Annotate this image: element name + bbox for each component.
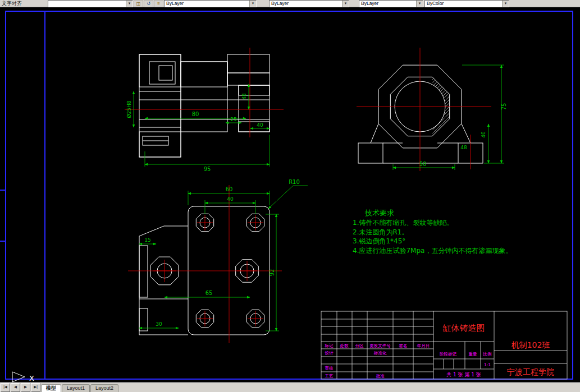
tb-sheet-info: 共 1 张 第 1 张: [446, 372, 481, 377]
make-layer-current-icon[interactable]: ◫: [134, 0, 143, 7]
tech-req-item-2: 2.未注圆角为R1。: [353, 228, 408, 236]
next-tab-icon[interactable]: ▶: [21, 383, 30, 392]
plan-view: 60 40 15 92 65 30 R10: [128, 179, 308, 343]
dim-bore: Ø25H8: [126, 100, 132, 118]
layer-manager-icon[interactable]: ≡: [154, 0, 163, 7]
drawing-canvas[interactable]: Ø25H8 80 25 40 48 95 75 40: [0, 0, 580, 392]
tech-req-item-1: 1.铸件不能有缩孔、裂纹等缺陷。: [353, 219, 453, 227]
dim-25: 25: [230, 117, 236, 122]
ucs-icon: X: [12, 372, 34, 382]
last-tab-icon[interactable]: ▶|: [31, 383, 40, 392]
front-section-view: Ø25H8 80 25 40 48 95: [125, 48, 284, 172]
tab-layout2[interactable]: Layout2: [90, 384, 118, 392]
tb-header-count: 处数: [340, 343, 349, 348]
tb-header-zone: 分区: [355, 343, 364, 348]
tb-approve: 批准: [376, 373, 385, 379]
ucs-x-label: X: [29, 374, 34, 382]
linetype-combo[interactable]: ByLayer ▼: [269, 0, 349, 7]
dim-15: 15: [144, 237, 150, 243]
color-combo[interactable]: ByLayer ▼: [164, 0, 257, 7]
tb-header-mark: 标记: [325, 343, 334, 348]
tb-stage-mark: 阶段标记: [440, 352, 457, 357]
dim-65: 65: [205, 290, 213, 296]
dim-95: 95: [204, 166, 211, 172]
tb-header-date: 年月日: [417, 343, 430, 348]
tb-process: 工艺: [325, 373, 334, 379]
dim-40: 40: [257, 122, 263, 128]
title-block: 标记 处数 分区 更改文件号 签名 年月日 设计 标准化 审核 工艺 批准 阶段…: [321, 311, 567, 379]
dim-48-side: 48: [460, 145, 467, 150]
dim-80: 80: [192, 111, 199, 117]
drawing-frame: [0, 11, 573, 379]
tb-scale-label: 比例: [483, 352, 492, 357]
layer-previous-icon[interactable]: ↺: [144, 0, 153, 7]
chevron-down-icon[interactable]: ▼: [416, 1, 423, 7]
dim-30: 30: [156, 321, 162, 327]
tab-model[interactable]: 模型: [41, 384, 61, 392]
dim-92: 92: [269, 269, 275, 276]
tb-weight: 重量: [469, 352, 478, 357]
chevron-down-icon[interactable]: ▼: [126, 1, 133, 7]
chevron-down-icon[interactable]: ▼: [249, 1, 256, 7]
tab-layout1[interactable]: Layout1: [62, 384, 90, 392]
tech-req-item-4: 4.应进行油压试验7Mpa，五分钟内不得有渗漏现象。: [353, 247, 512, 255]
tb-audit: 审核: [325, 366, 334, 371]
first-tab-icon[interactable]: |◀: [1, 383, 10, 392]
chevron-down-icon[interactable]: ▼: [342, 1, 349, 7]
side-view: 75 40 50 48: [357, 48, 507, 171]
dim-60: 60: [226, 186, 233, 192]
layer-combo[interactable]: ▼: [48, 0, 133, 7]
color-combo-value: ByLayer: [166, 1, 184, 7]
tb-class-name: 机制102班: [512, 340, 550, 349]
lineweight-combo[interactable]: ByLayer ▼: [359, 0, 423, 7]
dim-48: 48: [241, 93, 247, 100]
tb-scale-value: 1:1: [484, 362, 491, 367]
tb-organization: 宁波工程学院: [507, 367, 554, 376]
tb-header-docno: 更改文件号: [369, 343, 391, 348]
dim-40-plan: 40: [227, 196, 234, 202]
dim-75: 75: [501, 103, 507, 110]
tech-req-title: 技术要求: [364, 209, 394, 217]
dim-40-side: 40: [481, 131, 486, 138]
dim-50: 50: [419, 161, 427, 167]
status-bar: |◀ ◀ ▶ ▶| 模型 Layout1 Layout2: [0, 382, 580, 392]
lineweight-combo-value: ByLayer: [361, 1, 378, 7]
prev-tab-icon[interactable]: ◀: [11, 383, 20, 392]
plotstyle-combo-value: ByColor: [427, 1, 444, 7]
technical-requirements: 技术要求 1.铸件不能有缩孔、裂纹等缺陷。 2.未注圆角为R1。 3.锐边倒角1…: [353, 209, 512, 255]
tb-drawing-title: 缸体铸造图: [443, 323, 485, 333]
tb-header-sign: 签名: [399, 343, 408, 348]
linetype-combo-value: ByLayer: [271, 1, 289, 7]
dim-r10: R10: [289, 179, 300, 185]
plotstyle-combo[interactable]: ByColor ▼: [424, 0, 509, 7]
toolbar-label: 文字对齐: [2, 0, 22, 7]
chevron-down-icon[interactable]: ▼: [502, 1, 509, 7]
tech-req-item-3: 3.锐边倒角1*45°: [353, 237, 405, 245]
tb-design: 设计: [325, 351, 334, 356]
top-toolbar: 文字对齐 ▼ ◫ ↺ ≡ ByLayer ▼ ByLayer ▼ ByLayer…: [0, 0, 580, 7]
tb-standardization: 标准化: [373, 351, 387, 356]
